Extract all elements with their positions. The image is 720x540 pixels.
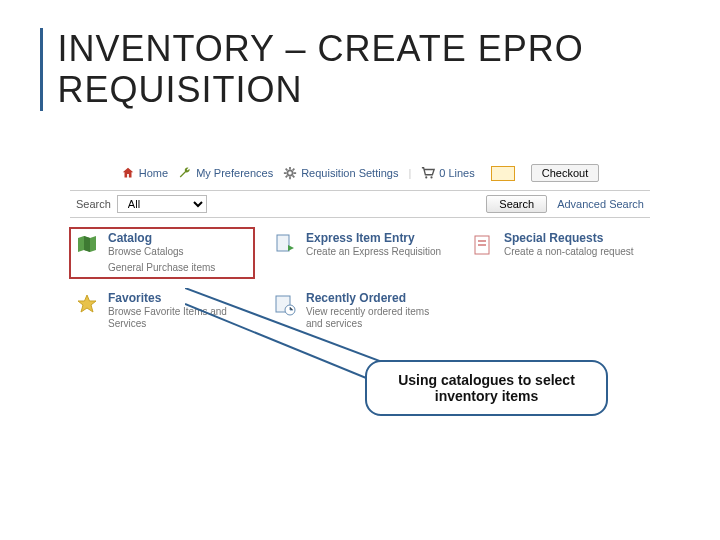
epro-app-screenshot: Home My Preferences Requisition Settings… — [70, 160, 650, 334]
special-icon — [470, 232, 496, 258]
tile-catalog-extra: General Purchase items — [108, 262, 215, 274]
nav-home[interactable]: Home — [121, 166, 168, 180]
tiles-grid: Catalog Browse Catalogs General Purchase… — [70, 228, 650, 334]
tile-recent-sub: View recently ordered items and services — [306, 306, 448, 330]
callout-text: Using catalogues to select inventory ite… — [398, 372, 575, 404]
star-icon — [74, 292, 100, 318]
home-icon — [121, 166, 135, 180]
tile-express-title: Express Item Entry — [306, 232, 441, 245]
tile-catalog[interactable]: Catalog Browse Catalogs General Purchase… — [70, 228, 254, 278]
tile-fav-title: Favorites — [108, 292, 250, 305]
tile-special-title: Special Requests — [504, 232, 634, 245]
nav-cart-label: 0 Lines — [439, 167, 474, 179]
tile-favorites[interactable]: Favorites Browse Favorite Items and Serv… — [70, 288, 254, 334]
wrench-icon — [178, 166, 192, 180]
search-button[interactable]: Search — [486, 195, 547, 213]
search-input[interactable] — [213, 196, 480, 212]
search-label: Search — [76, 198, 111, 210]
svg-rect-5 — [478, 240, 486, 242]
tile-express[interactable]: Express Item Entry Create an Express Req… — [268, 228, 452, 278]
search-scope-select[interactable]: All — [117, 195, 207, 213]
tile-fav-sub: Browse Favorite Items and Services — [108, 306, 250, 330]
svg-point-1 — [425, 176, 427, 178]
tile-recent-title: Recently Ordered — [306, 292, 448, 305]
advanced-search-link[interactable]: Advanced Search — [557, 198, 644, 210]
cart-icon — [421, 166, 435, 180]
gear-icon — [283, 166, 297, 180]
recent-icon — [272, 292, 298, 318]
title-block: INVENTORY – CREATE EPRO REQUISITION — [40, 28, 720, 111]
checkout-button[interactable]: Checkout — [531, 164, 599, 182]
nav-reqset[interactable]: Requisition Settings — [283, 166, 398, 180]
search-bar: Search All Search Advanced Search — [70, 190, 650, 218]
nav-prefs-label: My Preferences — [196, 167, 273, 179]
svg-rect-6 — [478, 244, 486, 246]
tile-catalog-sub: Browse Catalogs — [108, 246, 215, 258]
page-title: INVENTORY – CREATE EPRO REQUISITION — [57, 28, 720, 111]
svg-point-0 — [288, 170, 293, 175]
nav-separator: | — [408, 167, 411, 179]
tile-special[interactable]: Special Requests Create a non-catalog re… — [466, 228, 650, 278]
tile-express-sub: Create an Express Requisition — [306, 246, 441, 258]
nav-reqset-label: Requisition Settings — [301, 167, 398, 179]
nav-prefs[interactable]: My Preferences — [178, 166, 273, 180]
cart-summary-box — [491, 166, 515, 181]
top-nav: Home My Preferences Requisition Settings… — [70, 160, 650, 190]
callout-box: Using catalogues to select inventory ite… — [365, 360, 608, 416]
tile-special-sub: Create a non-catalog request — [504, 246, 634, 258]
nav-cart[interactable]: 0 Lines — [421, 166, 474, 180]
tile-recent[interactable]: Recently Ordered View recently ordered i… — [268, 288, 452, 334]
catalog-icon — [74, 232, 100, 258]
svg-rect-3 — [277, 235, 289, 251]
title-accent-bar — [40, 28, 43, 111]
express-icon — [272, 232, 298, 258]
nav-home-label: Home — [139, 167, 168, 179]
svg-point-2 — [431, 176, 433, 178]
tile-catalog-title: Catalog — [108, 232, 215, 245]
